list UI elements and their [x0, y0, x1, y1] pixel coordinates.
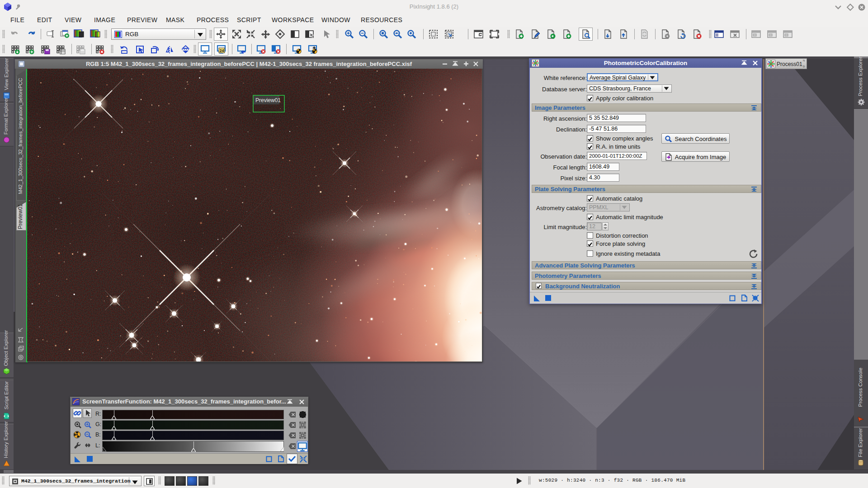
svg-text:24: 24: [219, 48, 224, 53]
svg-text:Preview01: Preview01: [255, 97, 281, 103]
